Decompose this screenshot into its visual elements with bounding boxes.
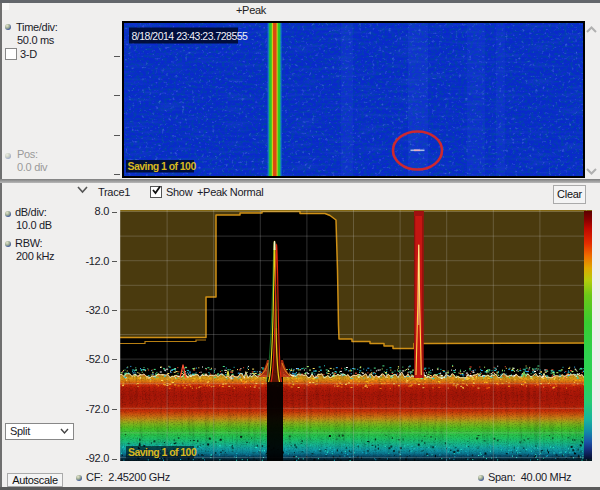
svg-text:Saving 1 of 100: Saving 1 of 100 bbox=[128, 446, 197, 458]
svg-text:Saving 1 of 100: Saving 1 of 100 bbox=[128, 160, 197, 172]
svg-text:8/18/2014 23:43:23.728555: 8/18/2014 23:43:23.728555 bbox=[132, 30, 249, 42]
